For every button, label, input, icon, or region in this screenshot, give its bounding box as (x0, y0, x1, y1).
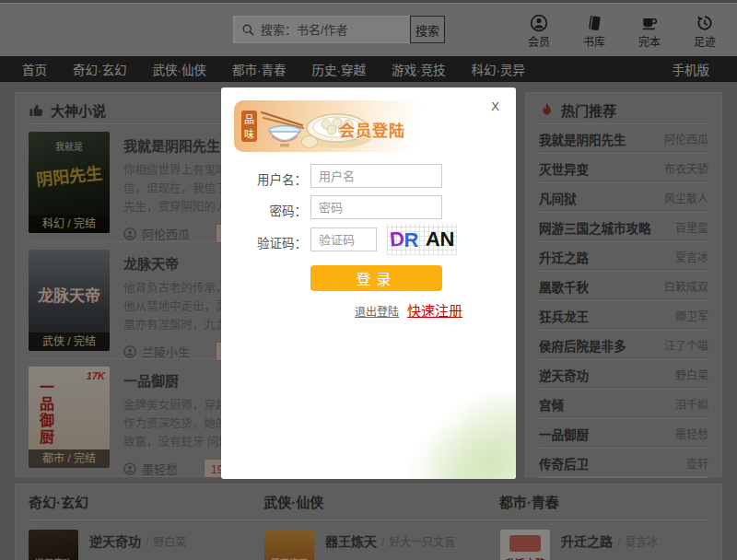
captcha-field[interactable] (310, 228, 377, 251)
captcha-letter: D (389, 228, 405, 250)
username-label: 用户名： (221, 169, 307, 188)
captcha-letter: A (425, 229, 440, 251)
login-links: 退出登陆 快速注册 (355, 300, 462, 320)
logout-link[interactable]: 退出登陆 (355, 303, 399, 319)
captcha-letter: R (404, 230, 419, 251)
password-row: 密码： (221, 195, 516, 221)
login-modal: 品味 会员登陆 X 用户名： (221, 88, 516, 479)
password-label: 密码： (221, 201, 307, 219)
brand-badge: 品味 (241, 111, 257, 142)
password-field[interactable] (310, 195, 442, 219)
page: 搜索 会员 书库 完本 足迹 首页 奇幻·玄幻 武侠·仙侠 都市·青春 (0, 0, 737, 560)
username-row: 用户名： (221, 164, 516, 190)
floral-decoration (396, 391, 516, 479)
captcha-label: 验证码： (221, 233, 307, 251)
captcha-letter: N (439, 229, 454, 250)
login-button[interactable]: 登录 (310, 265, 442, 291)
captcha-row: 验证码： D R A N (221, 228, 516, 253)
username-field[interactable] (310, 164, 442, 188)
close-icon[interactable]: X (491, 99, 499, 113)
captcha-image[interactable]: D R A N (387, 224, 457, 255)
register-link[interactable]: 快速注册 (407, 300, 462, 320)
login-modal-title: 会员登陆 (339, 118, 405, 141)
login-banner: 品味 会员登陆 (234, 100, 424, 152)
